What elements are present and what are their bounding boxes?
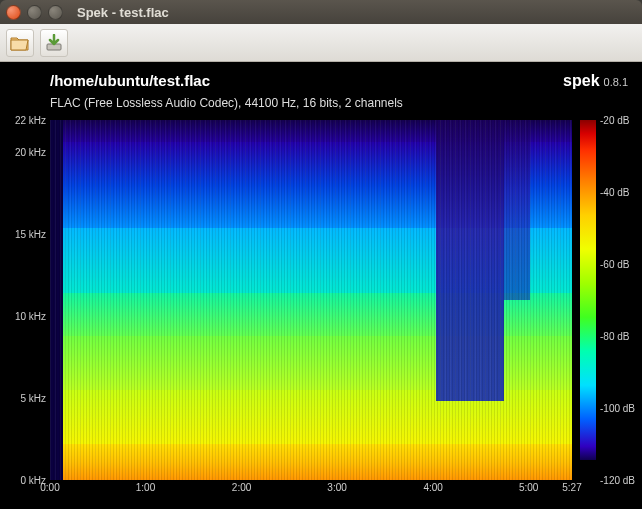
spectrogram-plot: 22 kHz 20 kHz 15 kHz 10 kHz 5 kHz 0 kHz … <box>10 120 628 480</box>
close-icon[interactable] <box>6 5 21 20</box>
x-tick: 1:00 <box>136 482 155 493</box>
save-button[interactable] <box>40 29 68 57</box>
x-tick: 4:00 <box>423 482 442 493</box>
legend-tick: -20 dB <box>600 115 629 126</box>
legend-tick: -40 dB <box>600 187 629 198</box>
save-icon <box>44 34 64 52</box>
x-tick: 3:00 <box>327 482 346 493</box>
colorbar: -20 dB -40 dB -60 dB -80 dB -100 dB -120… <box>572 120 628 480</box>
toolbar <box>0 24 642 62</box>
app-version: 0.8.1 <box>604 76 628 88</box>
folder-icon <box>10 34 30 52</box>
minimize-icon[interactable] <box>27 5 42 20</box>
y-tick: 15 kHz <box>15 229 46 240</box>
x-tick: 0:00 <box>40 482 59 493</box>
spectrogram-canvas <box>50 120 572 480</box>
legend-tick: -120 dB <box>600 475 635 486</box>
x-tick: 5:00 <box>519 482 538 493</box>
file-path: /home/ubuntu/test.flac <box>50 72 210 89</box>
y-tick: 5 kHz <box>20 393 46 404</box>
app-name: spek <box>563 72 599 89</box>
open-button[interactable] <box>6 29 34 57</box>
window-title: Spek - test.flac <box>77 5 169 20</box>
x-tick: 2:00 <box>232 482 251 493</box>
legend-tick: -100 dB <box>600 403 635 414</box>
legend-tick: -60 dB <box>600 259 629 270</box>
x-tick: 5:27 <box>562 482 581 493</box>
legend-tick: -80 dB <box>600 331 629 342</box>
file-info: FLAC (Free Lossless Audio Codec), 44100 … <box>10 96 628 110</box>
y-tick: 22 kHz <box>15 115 46 126</box>
content-area: /home/ubuntu/test.flac spek0.8.1 FLAC (F… <box>0 62 642 509</box>
window-titlebar: Spek - test.flac <box>0 0 642 24</box>
y-tick: 10 kHz <box>15 311 46 322</box>
colorbar-gradient <box>580 120 596 460</box>
maximize-icon[interactable] <box>48 5 63 20</box>
y-tick: 20 kHz <box>15 147 46 158</box>
app-label-wrap: spek0.8.1 <box>563 72 628 90</box>
y-axis: 22 kHz 20 kHz 15 kHz 10 kHz 5 kHz 0 kHz <box>10 120 50 480</box>
x-axis: 0:00 1:00 2:00 3:00 4:00 5:00 5:27 <box>50 480 572 500</box>
